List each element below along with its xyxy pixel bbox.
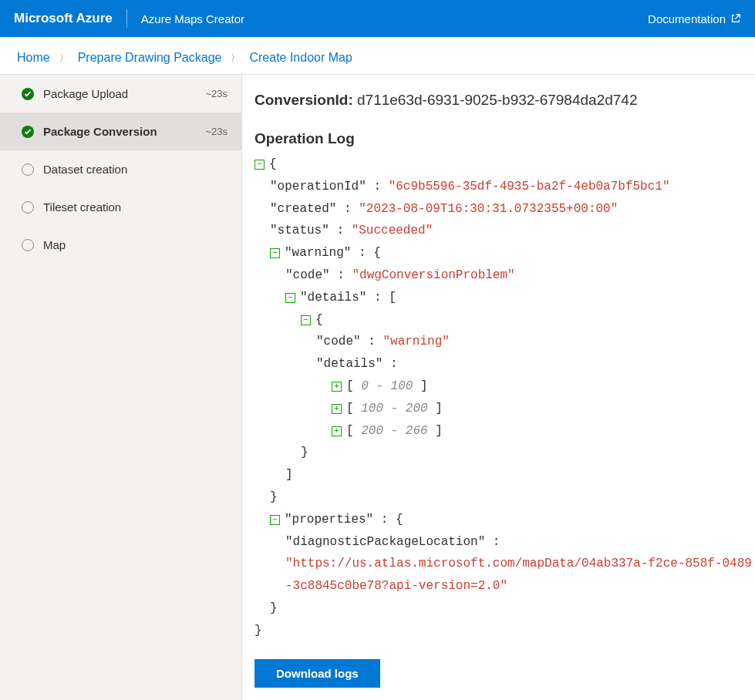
collapse-icon[interactable] <box>301 315 311 325</box>
circle-icon <box>22 239 34 251</box>
check-icon <box>22 88 34 100</box>
download-logs-button[interactable]: Download logs <box>254 659 380 688</box>
step-tileset-creation[interactable]: Tileset creation <box>0 188 241 226</box>
json-val-diagnostic: "https://us.atlas.microsoft.com/mapData/… <box>285 557 752 593</box>
step-label: Package Upload <box>43 87 205 100</box>
json-key-code: "code" <box>316 335 361 348</box>
brand: Microsoft Azure <box>14 11 113 26</box>
operation-log-title: Operation Log <box>254 130 755 147</box>
json-range: 200 - 266 <box>361 424 427 438</box>
step-time: ~23s <box>205 88 228 99</box>
json-key-details: "details" <box>300 291 366 305</box>
circle-icon <box>22 201 34 214</box>
json-key-diagnostic: "diagnosticPackageLocation" <box>285 535 485 549</box>
collapse-icon[interactable] <box>285 293 295 303</box>
steps-sidebar: Package Upload ~23s Package Conversion ~… <box>0 75 242 700</box>
json-val-created: "2023-08-09T16:30:31.0732355+00:00" <box>359 202 618 216</box>
json-key-code: "code" <box>285 268 330 282</box>
step-map[interactable]: Map <box>0 226 241 264</box>
brand-divider <box>126 9 127 28</box>
documentation-label: Documentation <box>648 12 726 25</box>
operation-log-json: { "operationId" : "6c9b5596-35df-4935-ba… <box>254 153 755 642</box>
collapse-icon[interactable] <box>254 160 265 170</box>
json-key-status: "status" <box>270 224 329 237</box>
json-key-details: "details" <box>316 357 383 371</box>
json-range: 100 - 200 <box>361 402 427 416</box>
conversion-id-value: d711e63d-6931-9025-b932-67984da2d742 <box>357 92 637 108</box>
breadcrumb: Home 〉 Prepare Drawing Package 〉 Create … <box>0 37 755 74</box>
chevron-right-icon: 〉 <box>59 52 69 65</box>
collapse-icon[interactable] <box>270 515 280 525</box>
json-val-code: "dwgConversionProblem" <box>352 268 514 282</box>
external-link-icon <box>730 13 741 24</box>
step-dataset-creation[interactable]: Dataset creation <box>0 150 241 188</box>
json-key-properties: "properties" <box>285 513 373 527</box>
json-range: 0 - 100 <box>361 379 413 393</box>
json-key-warning: "warning" <box>285 246 351 260</box>
step-label: Tileset creation <box>43 200 228 214</box>
documentation-link[interactable]: Documentation <box>648 12 741 25</box>
step-time: ~23s <box>205 126 228 137</box>
main-panel: ConversionId: d711e63d-6931-9025-b932-67… <box>242 75 755 700</box>
json-val-inner-code: "warning" <box>383 335 449 348</box>
expand-icon[interactable] <box>332 382 342 392</box>
json-val-operationid: "6c9b5596-35df-4935-ba2f-4eb0a7bf5bc1" <box>389 180 670 194</box>
step-package-conversion[interactable]: Package Conversion ~23s <box>0 113 241 150</box>
chevron-right-icon: 〉 <box>231 52 240 65</box>
json-val-status: "Succeeded" <box>352 224 433 237</box>
expand-icon[interactable] <box>332 404 342 414</box>
breadcrumb-prepare[interactable]: Prepare Drawing Package <box>78 51 222 65</box>
breadcrumb-create[interactable]: Create Indoor Map <box>249 51 352 65</box>
expand-icon[interactable] <box>332 426 342 436</box>
check-icon <box>22 126 34 138</box>
circle-icon <box>22 163 34 176</box>
collapse-icon[interactable] <box>270 248 280 258</box>
product-name: Azure Maps Creator <box>141 12 244 25</box>
step-package-upload[interactable]: Package Upload ~23s <box>0 75 241 113</box>
json-key-created: "created" <box>270 202 336 216</box>
step-label: Package Conversion <box>43 125 205 138</box>
conversion-id-label: ConversionId <box>254 92 348 108</box>
top-bar: Microsoft Azure Azure Maps Creator Docum… <box>0 0 755 37</box>
breadcrumb-home[interactable]: Home <box>17 51 50 65</box>
step-label: Map <box>43 238 228 251</box>
step-label: Dataset creation <box>43 163 228 176</box>
json-key-operationid: "operationId" <box>270 180 366 194</box>
